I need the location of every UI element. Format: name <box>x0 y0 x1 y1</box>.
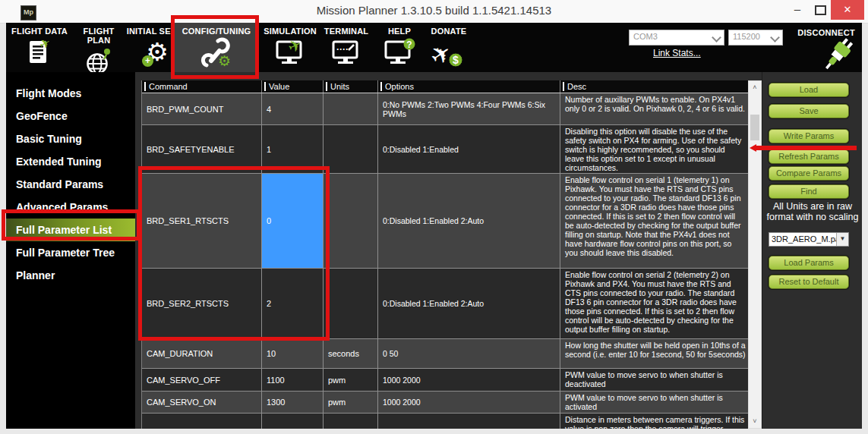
chevron-down-icon <box>770 33 780 42</box>
value-cell[interactable]: 1300 <box>262 392 324 413</box>
svg-text:$: $ <box>453 54 459 66</box>
sidebar-item-geofence[interactable]: GeoFence <box>6 105 135 127</box>
find-button[interactable]: Find <box>769 184 849 199</box>
param-file-dropdown[interactable]: 3DR_AERO_M.pa ▼ <box>769 232 849 247</box>
table-row: BRD_PWM_COUNT 4 0:No PWMs 2:Two PWMs 4:F… <box>142 93 749 125</box>
desc-cell: Enable flow control on serial 1 (telemet… <box>560 174 749 268</box>
parameter-table: Command Value Units Options Desc BRD_PWM… <box>141 80 749 429</box>
value-cell[interactable]: 2 <box>262 269 324 338</box>
donate-icon: ✈ $ <box>422 36 475 68</box>
value-cell-selected[interactable]: 0 <box>262 174 324 268</box>
save-button[interactable]: Save <box>769 104 849 118</box>
sidebar-item-extended-tuning[interactable]: Extended Tuning <box>6 150 135 173</box>
sidebar-item-flight-modes[interactable]: Flight Modes <box>6 82 135 105</box>
config-sidebar: Flight Modes GeoFence Basic Tuning Exten… <box>6 72 135 429</box>
command-cell: CAM_DURATION <box>142 339 262 368</box>
compare-params-button[interactable]: Compare Params <box>769 166 849 181</box>
column-header-units[interactable]: Units <box>324 80 378 93</box>
menu-flight-data[interactable]: FLIGHT DATA ✈ <box>8 23 71 72</box>
raw-units-note: All Units are in raw format with no scal… <box>765 201 860 222</box>
command-cell: CAM_SERVO_ON <box>142 392 262 413</box>
menu-help[interactable]: HELP ? <box>377 23 422 72</box>
write-params-button[interactable]: Write Params <box>769 129 849 143</box>
sidebar-item-advanced-params[interactable]: Advanced Params <box>6 196 135 219</box>
scroll-down-icon[interactable]: ˅ <box>749 416 761 427</box>
options-cell: 0:Disabled 1:Enabled <box>378 125 560 173</box>
value-cell[interactable]: 10 <box>262 339 324 368</box>
table-row: BRD_SAFETYENABLE 1 0:Disabled 1:Enabled … <box>142 125 749 174</box>
column-header-options[interactable]: Options <box>378 80 560 93</box>
sidebar-item-planner[interactable]: Planner <box>6 264 135 287</box>
menu-simulation[interactable]: SIMULATION ✈ <box>263 23 317 72</box>
minimize-button[interactable]: – <box>787 1 808 19</box>
load-params-button[interactable]: Load Params <box>769 256 849 270</box>
table-row: CAM_SERVO_OFF 1100 pwm 1000 2000 PWM val… <box>142 369 749 392</box>
value-cell[interactable] <box>262 414 324 429</box>
value-cell[interactable]: 4 <box>262 93 324 124</box>
desc-cell: Disabling this option will disable the u… <box>560 125 749 173</box>
scroll-up-icon[interactable]: ˄ <box>749 82 761 93</box>
options-cell: 0:Disabled 1:Enabled 2:Auto <box>378 269 560 338</box>
options-cell: 1000 2000 <box>378 392 560 413</box>
title-bar: Mp Mission Planner 1.3.10.5 build 1.1.54… <box>0 0 868 24</box>
command-cell: BRD_PWM_COUNT <box>142 93 262 124</box>
terminal-icon: ···· <box>317 36 375 68</box>
com-port-select[interactable]: COM3 <box>629 30 724 46</box>
table-row: BRD_SER1_RTSCTS 0 0:Disabled 1:Enabled 2… <box>142 174 749 269</box>
menu-donate[interactable]: DONATE ✈ $ <box>422 23 475 72</box>
config-tuning-icon: ⚙ <box>175 36 258 68</box>
command-cell: CAM_SERVO_OFF <box>142 369 262 391</box>
disconnect-plug-icon[interactable] <box>818 36 857 75</box>
desc-cell: Distance in meters between camera trigge… <box>560 414 749 429</box>
baud-rate-select[interactable]: 115200 <box>728 30 783 46</box>
param-file-value: 3DR_AERO_M.pa <box>772 234 840 244</box>
desc-cell: How long the shutter will be held open i… <box>560 339 749 368</box>
units-cell <box>324 174 378 268</box>
units-cell <box>324 125 378 173</box>
table-header: Command Value Units Options Desc <box>142 80 749 93</box>
help-icon: ? <box>377 36 422 68</box>
menu-terminal[interactable]: TERMINAL ···· <box>317 23 375 72</box>
desc-cell: PWM value to move servo to when shutter … <box>560 392 749 413</box>
table-row: Distance in meters between camera trigge… <box>142 414 749 429</box>
value-cell[interactable]: 1100 <box>262 369 324 391</box>
value-cell[interactable]: 1 <box>262 125 324 173</box>
sidebar-item-full-parameter-list[interactable]: Full Parameter List <box>6 219 135 241</box>
svg-text:····: ···· <box>336 44 349 55</box>
units-cell: pwm <box>324 369 378 391</box>
options-cell: 1000 2000 <box>378 369 560 391</box>
refresh-params-button[interactable]: Refresh Params <box>769 149 849 164</box>
link-stats-link[interactable]: Link Stats... <box>653 48 701 58</box>
simulation-icon: ✈ <box>263 36 317 68</box>
close-button[interactable]: ✕ <box>831 0 864 20</box>
maximize-button[interactable] <box>810 1 831 19</box>
units-cell <box>324 269 378 338</box>
units-cell <box>324 414 378 429</box>
svg-text:⚙: ⚙ <box>218 53 231 68</box>
column-header-value[interactable]: Value <box>262 80 324 93</box>
menu-flight-plan[interactable]: FLIGHT PLAN <box>71 23 126 72</box>
options-cell: 0:No PWMs 2:Two PWMs 4:Four PWMs 6:Six P… <box>378 93 560 124</box>
table-row: CAM_DURATION 10 seconds 0 50 How long th… <box>142 339 749 369</box>
desc-cell: Number of auxillary PWMs to enable. On P… <box>560 93 749 124</box>
column-header-desc[interactable]: Desc <box>560 80 749 93</box>
sidebar-item-full-parameter-tree[interactable]: Full Parameter Tree <box>6 241 135 264</box>
sidebar-item-basic-tuning[interactable]: Basic Tuning <box>6 127 135 150</box>
column-header-command[interactable]: Command <box>142 80 262 93</box>
sidebar-item-standard-params[interactable]: Standard Params <box>6 173 135 196</box>
chevron-down-icon <box>712 33 721 42</box>
reset-to-default-button[interactable]: Reset to Default <box>769 275 849 289</box>
scrollbar-thumb[interactable] <box>750 115 759 140</box>
table-scrollbar[interactable]: ˄ ˅ <box>748 80 762 429</box>
menu-config-tuning[interactable]: CONFIG/TUNING ⚙ <box>175 23 258 72</box>
units-cell <box>324 93 378 124</box>
dropdown-arrow-icon: ▼ <box>836 233 848 246</box>
params-action-panel: Load Save Write Params Refresh Params Co… <box>762 72 862 429</box>
window-title: Mission Planner 1.3.10.5 build 1.1.5421.… <box>0 4 868 17</box>
load-button[interactable]: Load <box>769 83 849 97</box>
command-cell: BRD_SER2_RTSCTS <box>142 269 262 338</box>
desc-cell: PWM value to move servo to when shutter … <box>560 369 749 391</box>
options-cell <box>378 414 560 429</box>
svg-text:?: ? <box>406 39 412 50</box>
table-row: CAM_SERVO_ON 1300 pwm 1000 2000 PWM valu… <box>142 392 749 414</box>
